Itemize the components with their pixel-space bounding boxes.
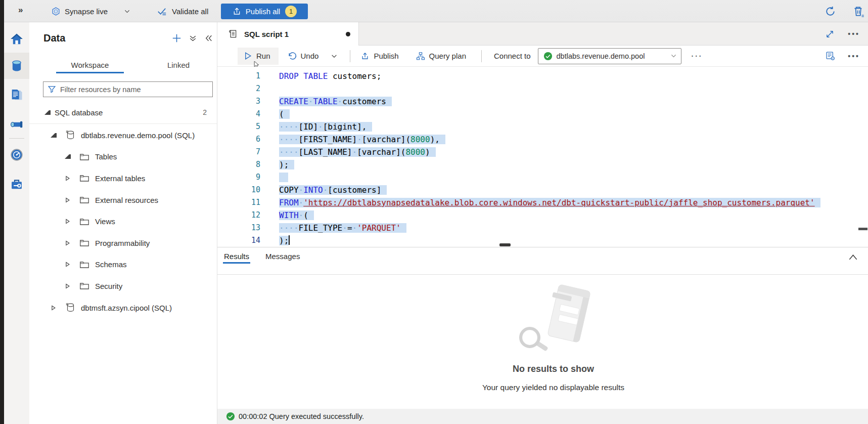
trash-icon[interactable] — [852, 4, 865, 18]
code-line[interactable]: 8); — [217, 158, 868, 171]
code-line-content[interactable]: ····[ID]·[bigint], — [279, 120, 372, 133]
code-line[interactable]: 7····[LAST_NAME]·[varchar](8000) — [217, 146, 868, 158]
code-line[interactable]: 6····[FIRST_NAME]·[varchar](8000), — [217, 133, 868, 146]
results-tab-results[interactable]: Results — [224, 252, 249, 268]
code-line-content[interactable]: ); — [279, 234, 290, 246]
line-number[interactable]: 7 — [217, 146, 260, 158]
code-line-content[interactable]: WITH·( — [279, 209, 314, 222]
connect-pool-dropdown[interactable]: dbtlabs.revenue.demo.pool — [538, 48, 681, 64]
line-number[interactable]: 5 — [217, 120, 260, 133]
refresh-icon[interactable] — [824, 4, 837, 18]
code-line[interactable]: 5····[ID]·[bigint], — [217, 120, 868, 133]
collapse-results-icon[interactable] — [848, 253, 858, 261]
line-number[interactable]: 9 — [217, 171, 260, 184]
tab-more-icon[interactable]: ••• — [848, 30, 860, 38]
code-line-content[interactable]: FROM·'https://dbtlabsynapsedatalake.blob… — [279, 196, 820, 209]
code-line-content[interactable]: ····[FIRST_NAME]·[varchar](8000), — [279, 133, 445, 146]
add-icon[interactable] — [172, 33, 181, 43]
twisty-collapsed-icon[interactable] — [65, 262, 71, 267]
tree-item-views[interactable]: Views — [29, 210, 217, 232]
line-number[interactable]: 11 — [217, 196, 260, 209]
publish-all-button[interactable]: Publish all 1 — [221, 4, 308, 19]
line-number[interactable]: 14 — [217, 234, 260, 246]
expand-header-icon[interactable]: » — [18, 3, 23, 17]
tree-item-tables[interactable]: Tables — [29, 146, 217, 168]
code-line-content[interactable]: ····FILE_TYPE·=·'PARQUET' — [279, 222, 406, 234]
filter-icon — [48, 85, 56, 94]
editor-scrollbar-thumb[interactable] — [858, 228, 867, 230]
tree-item-dbtlabs-revenue-demo-pool-sql-[interactable]: dbtlabs.revenue.demo.pool (SQL) — [29, 124, 217, 146]
tree-item-external-resources[interactable]: External resources — [29, 189, 217, 211]
code-line[interactable]: 4( — [217, 108, 868, 120]
code-line[interactable]: 12WITH·( — [217, 209, 868, 222]
properties-icon[interactable] — [825, 51, 836, 61]
toolbar-more-icon[interactable]: ··· — [692, 52, 703, 60]
code-line-content[interactable]: ( — [279, 108, 290, 120]
code-line-content[interactable] — [279, 171, 288, 184]
mode-selector[interactable]: Synapse live — [51, 4, 130, 18]
tree-item-external-tables[interactable]: External tables — [29, 167, 217, 189]
results-tab-messages[interactable]: Messages — [265, 252, 300, 268]
code-line[interactable]: 2 — [217, 82, 868, 95]
twisty-expanded-icon[interactable] — [65, 154, 71, 159]
filter-resources-input[interactable] — [60, 86, 208, 94]
sidebar-item-integrate[interactable] — [4, 111, 29, 138]
line-number[interactable]: 4 — [217, 108, 260, 120]
tree-item-programmability[interactable]: Programmability — [29, 232, 217, 254]
run-options-chevron-icon[interactable] — [331, 53, 338, 60]
code-line[interactable]: 1DROP TABLE customers; — [217, 70, 868, 82]
line-number[interactable]: 3 — [217, 95, 260, 108]
query-plan-button[interactable]: Query plan — [412, 48, 470, 65]
sidebar-item-home[interactable] — [4, 26, 29, 53]
publish-button[interactable]: Publish — [356, 48, 402, 65]
sidebar-item-monitor[interactable] — [4, 142, 29, 168]
tree-item-schemas[interactable]: Schemas — [29, 254, 217, 276]
twisty-collapsed-icon[interactable] — [65, 219, 71, 224]
line-number[interactable]: 6 — [217, 133, 260, 146]
twisty-collapsed-icon[interactable] — [65, 283, 71, 289]
toolbar-overflow-icon[interactable]: ••• — [848, 52, 860, 60]
twisty-collapsed-icon[interactable] — [51, 305, 57, 311]
collapse-panel-icon[interactable] — [204, 34, 213, 43]
code-line-content[interactable]: CREATE·TABLE·customers — [279, 95, 392, 108]
line-number[interactable]: 12 — [217, 209, 260, 222]
code-line[interactable]: 14); — [217, 234, 868, 246]
tab-sql-script-1[interactable]: SQL script 1 — [217, 22, 359, 46]
validate-all-button[interactable]: Validate all — [156, 4, 208, 18]
run-button[interactable]: Run — [238, 48, 279, 65]
tree-item-security[interactable]: Security — [29, 275, 217, 297]
code-line-content[interactable]: COPY·INTO·[customers] — [279, 184, 387, 196]
line-number[interactable]: 2 — [217, 82, 260, 95]
tree-item-dbtmsft-azsyn-cipool-sql-[interactable]: dbtmsft.azsyn.cipool (SQL) — [29, 297, 217, 319]
sidebar-item-manage[interactable] — [4, 171, 29, 197]
collapse-all-icon[interactable] — [189, 34, 197, 43]
code-line-content[interactable]: ····[LAST_NAME]·[varchar](8000) — [279, 146, 436, 158]
splitter-grip[interactable] — [499, 243, 511, 246]
empty-state-title: No results to show — [239, 364, 868, 374]
twisty-expanded-icon[interactable] — [44, 110, 51, 115]
twisty-collapsed-icon[interactable] — [65, 197, 71, 203]
undo-button[interactable]: Undo — [284, 48, 323, 65]
sidebar-item-develop[interactable] — [4, 82, 29, 108]
sql-code-editor[interactable]: 1DROP TABLE customers;23CREATE·TABLE·cus… — [217, 67, 868, 246]
code-line[interactable]: 9 — [217, 171, 868, 184]
expand-editor-icon[interactable] — [825, 29, 835, 39]
tab-linked[interactable]: Linked — [151, 58, 206, 76]
line-number[interactable]: 8 — [217, 158, 260, 171]
line-number[interactable]: 10 — [217, 184, 260, 196]
tree-item-sql-database[interactable]: SQL database2 — [29, 102, 217, 123]
sidebar-item-data[interactable] — [4, 53, 29, 79]
code-line-content[interactable]: DROP TABLE customers; — [279, 70, 381, 82]
tab-workspace[interactable]: Workspace — [52, 58, 128, 76]
code-line[interactable]: 13····FILE_TYPE·=·'PARQUET' — [217, 222, 868, 234]
code-line[interactable]: 11FROM·'https://dbtlabsynapsedatalake.bl… — [217, 196, 868, 209]
database-icon — [10, 59, 24, 73]
twisty-collapsed-icon[interactable] — [65, 240, 71, 246]
line-number[interactable]: 13 — [217, 222, 260, 234]
line-number[interactable]: 1 — [217, 70, 260, 82]
code-line[interactable]: 3CREATE·TABLE·customers — [217, 95, 868, 108]
code-line-content[interactable]: ); — [279, 158, 294, 171]
twisty-collapsed-icon[interactable] — [65, 176, 71, 181]
code-line[interactable]: 10COPY·INTO·[customers] — [217, 184, 868, 196]
twisty-expanded-icon[interactable] — [51, 133, 57, 138]
